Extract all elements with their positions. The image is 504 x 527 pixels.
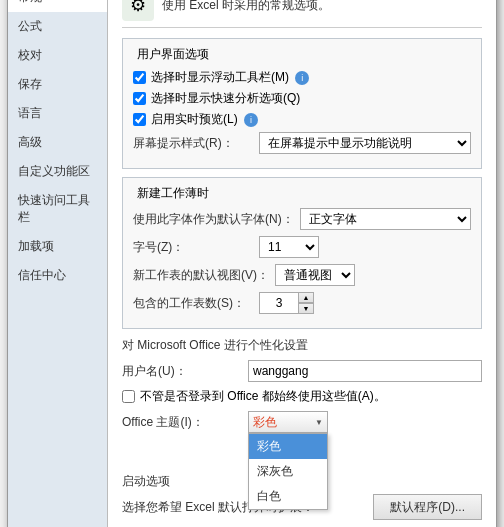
checkbox-toolbar[interactable] <box>133 71 146 84</box>
sidebar-item-advanced-label: 高级 <box>18 135 42 149</box>
sidebar-item-language[interactable]: 语言 <box>8 99 107 128</box>
sidebar-item-trust-center-label: 信任中心 <box>18 268 66 282</box>
section-icon: ⚙ <box>122 0 154 21</box>
always-signin-checkbox[interactable] <box>122 390 135 403</box>
sidebar-item-language-label: 语言 <box>18 106 42 120</box>
sidebar-item-proofing-label: 校对 <box>18 48 42 62</box>
ui-options-title-text: 用户界面选项 <box>137 47 209 61</box>
checkbox-toolbar-label: 选择时显示浮动工具栏(M) i <box>151 69 309 86</box>
ui-options-group: 用户界面选项 选择时显示浮动工具栏(M) i 选择时显示快速分析选项(Q) <box>122 38 482 169</box>
font-size-row: 字号(Z)： 11 <box>133 236 471 258</box>
sidebar-item-save[interactable]: 保存 <box>8 70 107 99</box>
sidebar-item-general-label: 常规 <box>18 0 42 4</box>
spinner-down[interactable]: ▼ <box>298 303 314 314</box>
info-icon-preview: i <box>244 113 258 127</box>
sidebar-item-customize-ribbon[interactable]: 自定义功能区 <box>8 157 107 186</box>
sidebar-item-trust-center[interactable]: 信任中心 <box>8 261 107 290</box>
default-font-label: 使用此字体作为默认字体(N)： <box>133 211 294 228</box>
default-font-row: 使用此字体作为默认字体(N)： 正文字体 <box>133 208 471 230</box>
theme-row: Office 主题(I)： 彩色 ▼ 彩色 深灰色 <box>122 411 482 433</box>
sidebar-item-advanced[interactable]: 高级 <box>8 128 107 157</box>
checkbox-row-toolbar: 选择时显示浮动工具栏(M) i <box>133 69 471 86</box>
sidebar-item-save-label: 保存 <box>18 77 42 91</box>
info-icon-toolbar: i <box>295 71 309 85</box>
theme-dropdown-value: 彩色 <box>253 414 277 431</box>
sidebar-item-customize-ribbon-label: 自定义功能区 <box>18 164 90 178</box>
sidebar-item-addins-label: 加载项 <box>18 239 54 253</box>
section-header: ⚙ 使用 Excel 时采用的常规选项。 <box>122 0 482 28</box>
theme-option-white[interactable]: 白色 <box>249 484 327 509</box>
sidebar-item-quick-access[interactable]: 快速访问工具栏 <box>8 186 107 232</box>
username-row: 用户名(U)： <box>122 360 482 382</box>
new-workbook-title: 新建工作薄时 <box>133 185 213 202</box>
checkbox-row-analysis: 选择时显示快速分析选项(Q) <box>133 90 471 107</box>
spinner-buttons: ▲ ▼ <box>298 292 314 314</box>
sheet-count-input[interactable] <box>259 292 299 314</box>
sidebar-item-quick-access-label: 快速访问工具栏 <box>18 193 90 224</box>
section-title: 使用 Excel 时采用的常规选项。 <box>162 0 330 14</box>
theme-dropdown-container: 彩色 ▼ 彩色 深灰色 白色 <box>248 411 328 433</box>
font-size-label: 字号(Z)： <box>133 239 253 256</box>
new-workbook-title-text: 新建工作薄时 <box>137 186 209 200</box>
checkbox-preview-label: 启用实时预览(L) i <box>151 111 258 128</box>
checkbox-analysis[interactable] <box>133 92 146 105</box>
screen-tip-label: 屏幕提示样式(R)： <box>133 135 253 152</box>
dialog-body: 常规 公式 校对 保存 语言 高级 自定义功能区 快速访问工具栏 <box>8 0 496 527</box>
always-signin-label: 不管是否登录到 Office 都始终使用这些值(A)。 <box>140 388 386 405</box>
dropdown-arrow-icon: ▼ <box>315 418 323 427</box>
sidebar-item-formula-label: 公式 <box>18 19 42 33</box>
main-content: ⚙ 使用 Excel 时采用的常规选项。 用户界面选项 选择时显示浮动工具栏(M… <box>108 0 496 527</box>
theme-dropdown-btn[interactable]: 彩色 ▼ <box>248 411 328 433</box>
checkbox-preview[interactable] <box>133 113 146 126</box>
theme-option-color[interactable]: 彩色 <box>249 434 327 459</box>
sidebar-item-proofing[interactable]: 校对 <box>8 41 107 70</box>
startup-text: 选择您希望 Excel 默认打开时扩展： <box>122 499 367 516</box>
screen-tip-select[interactable]: 在屏幕提示中显示功能说明 <box>259 132 471 154</box>
username-label: 用户名(U)： <box>122 363 242 380</box>
username-input[interactable] <box>248 360 482 382</box>
sheet-count-row: 包含的工作表数(S)： ▲ ▼ <box>133 292 471 314</box>
screen-tip-row: 屏幕提示样式(R)： 在屏幕提示中显示功能说明 <box>133 132 471 154</box>
personalize-section: 对 Microsoft Office 进行个性化设置 用户名(U)： 不管是否登… <box>122 337 482 433</box>
sidebar-item-formula[interactable]: 公式 <box>8 12 107 41</box>
default-view-label: 新工作表的默认视图(V)： <box>133 267 269 284</box>
font-size-select[interactable]: 11 <box>259 236 319 258</box>
spinner-up[interactable]: ▲ <box>298 292 314 303</box>
default-program-button[interactable]: 默认程序(D)... <box>373 494 482 520</box>
sheet-count-spinner: ▲ ▼ <box>259 292 314 314</box>
always-signin-row: 不管是否登录到 Office 都始终使用这些值(A)。 <box>122 388 482 405</box>
sidebar: 常规 公式 校对 保存 语言 高级 自定义功能区 快速访问工具栏 <box>8 0 108 527</box>
theme-option-dark[interactable]: 深灰色 <box>249 459 327 484</box>
sidebar-item-general[interactable]: 常规 <box>8 0 107 12</box>
new-workbook-group: 新建工作薄时 使用此字体作为默认字体(N)： 正文字体 字号(Z)： 11 新工… <box>122 177 482 329</box>
excel-options-dialog: X Excel 选项 ? ✕ 常规 公式 校对 保存 <box>7 0 497 527</box>
theme-label: Office 主题(I)： <box>122 414 242 431</box>
checkbox-analysis-label: 选择时显示快速分析选项(Q) <box>151 90 300 107</box>
checkbox-row-preview: 启用实时预览(L) i <box>133 111 471 128</box>
sheet-count-label: 包含的工作表数(S)： <box>133 295 253 312</box>
default-view-row: 新工作表的默认视图(V)： 普通视图 <box>133 264 471 286</box>
sidebar-item-addins[interactable]: 加载项 <box>8 232 107 261</box>
default-view-select[interactable]: 普通视图 <box>275 264 355 286</box>
ui-options-title: 用户界面选项 <box>133 46 213 63</box>
personalize-title: 对 Microsoft Office 进行个性化设置 <box>122 337 482 354</box>
theme-dropdown-menu: 彩色 深灰色 白色 <box>248 433 328 510</box>
default-font-select[interactable]: 正文字体 <box>300 208 471 230</box>
